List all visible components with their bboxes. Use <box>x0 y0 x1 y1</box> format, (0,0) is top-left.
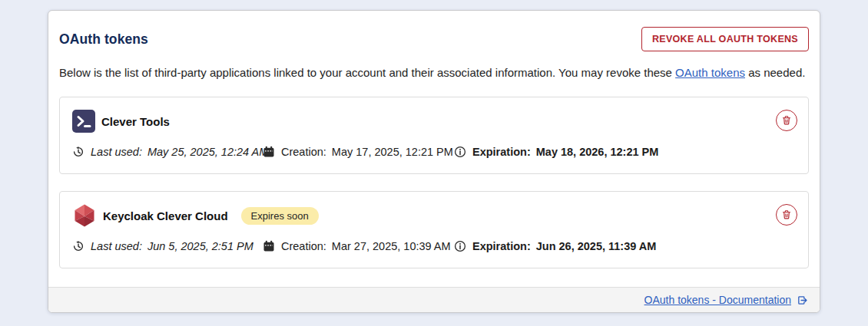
documentation-link-label: OAuth tokens - Documentation <box>644 294 791 306</box>
last-used-value: May 25, 2025, 12:24 AM <box>147 146 268 158</box>
keycloak-gem-icon <box>72 203 97 228</box>
creation-field: Creation: May 17, 2025, 12:21 PM <box>263 146 454 158</box>
info-circle-icon <box>454 146 466 158</box>
panel-footer: OAuth tokens - Documentation <box>48 287 820 312</box>
trash-icon <box>781 209 792 220</box>
token-name: Keycloak Clever Cloud <box>103 209 228 222</box>
last-used-field: Last used: May 25, 2025, 12:24 AM <box>72 146 263 158</box>
expiration-value: Jun 26, 2025, 11:39 AM <box>536 240 657 252</box>
trash-icon <box>781 115 792 126</box>
documentation-link[interactable]: OAuth tokens - Documentation <box>644 294 808 306</box>
revoke-token-button[interactable] <box>776 204 797 226</box>
expires-soon-badge: Expires soon <box>241 207 319 225</box>
last-used-label: Last used: <box>91 240 142 252</box>
clock-history-icon <box>72 146 84 158</box>
panel-header: OAuth tokens REVOKE ALL OAUTH TOKENS <box>59 27 809 51</box>
oauth-tokens-link[interactable]: OAuth tokens <box>675 66 745 79</box>
token-head: Clever Tools <box>72 110 796 133</box>
token-head: Keycloak Clever Cloud Expires soon <box>72 204 796 227</box>
creation-value: Mar 27, 2025, 10:39 AM <box>332 240 451 252</box>
token-details: Last used: May 25, 2025, 12:24 AM Creati… <box>72 146 796 158</box>
expiration-label: Expiration: <box>472 146 531 158</box>
token-card-list: Clever Tools Last used: May 25, 2025, 12… <box>59 97 809 268</box>
creation-label: Creation: <box>281 240 326 252</box>
oauth-tokens-panel: OAuth tokens REVOKE ALL OAUTH TOKENS Bel… <box>48 10 820 313</box>
last-used-field: Last used: Jun 5, 2025, 2:51 PM <box>72 240 263 252</box>
description-before: Below is the list of third-party applica… <box>59 66 675 79</box>
revoke-token-button[interactable] <box>776 110 797 131</box>
expiration-label: Expiration: <box>472 240 531 252</box>
creation-value: May 17, 2025, 12:21 PM <box>332 146 453 158</box>
creation-label: Creation: <box>281 146 326 158</box>
page-title: OAuth tokens <box>59 31 148 48</box>
external-link-icon <box>797 295 808 306</box>
last-used-value: Jun 5, 2025, 2:51 PM <box>147 240 253 252</box>
token-card-clever-tools: Clever Tools Last used: May 25, 2025, 12… <box>59 97 809 174</box>
calendar-icon <box>263 146 275 158</box>
token-details: Last used: Jun 5, 2025, 2:51 PM Creation… <box>72 240 796 252</box>
creation-field: Creation: Mar 27, 2025, 10:39 AM <box>263 240 454 252</box>
expiration-field: Expiration: Jun 26, 2025, 11:39 AM <box>454 240 656 252</box>
terminal-icon <box>72 110 95 133</box>
expiration-value: May 18, 2026, 12:21 PM <box>536 146 659 158</box>
calendar-icon <box>263 240 275 252</box>
expiration-field: Expiration: May 18, 2026, 12:21 PM <box>454 146 658 158</box>
last-used-label: Last used: <box>91 146 142 158</box>
description-after: as needed. <box>745 66 805 79</box>
token-name: Clever Tools <box>101 115 170 128</box>
clock-history-icon <box>72 240 84 252</box>
info-circle-icon <box>454 240 466 252</box>
description-text: Below is the list of third-party applica… <box>59 64 809 81</box>
token-card-keycloak-clever-cloud: Keycloak Clever Cloud Expires soon Last … <box>59 191 809 268</box>
revoke-all-tokens-button[interactable]: REVOKE ALL OAUTH TOKENS <box>641 27 809 51</box>
